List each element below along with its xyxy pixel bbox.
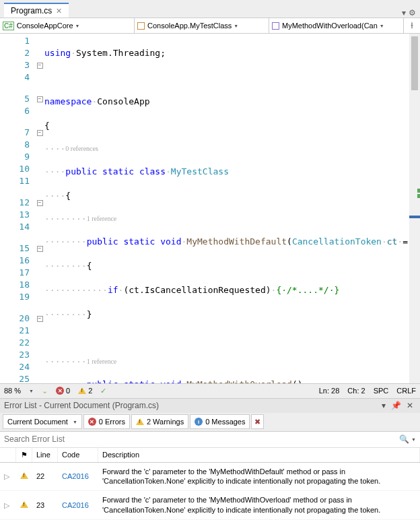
line-number-gutter: 1234567891011121314151617181920212223242…	[0, 34, 35, 383]
scope-dropdown[interactable]: Current Document▼	[3, 414, 82, 429]
pin-icon[interactable]: 📌	[388, 401, 404, 410]
errorlist-header: Error List - Current Document (Program.c…	[0, 398, 420, 413]
filter-errors[interactable]: ✕0 Errors	[83, 414, 130, 429]
filter-messages[interactable]: i0 Messages	[190, 414, 250, 429]
fold-toggle[interactable]: −	[37, 63, 43, 69]
editor-statusbar: 88 % ▼ ⌄ ✕0 2 ✓ Ln: 28 Ch: 2 SPC CRLF	[0, 383, 420, 398]
desc-header[interactable]: Description	[98, 448, 420, 462]
code-content[interactable]: using·System.Threading; namespace·Consol…	[44, 34, 409, 383]
class-icon	[137, 22, 145, 30]
expand-icon[interactable]: ▷	[0, 497, 16, 514]
csharp-project-icon: C#	[3, 22, 14, 30]
build-status-icon[interactable]: ✓	[100, 387, 106, 395]
scroll-marker	[409, 216, 420, 218]
zoom-level[interactable]: 88 %	[4, 387, 21, 395]
navigation-bar: C# ConsoleAppCore ▼ ConsoleApp.MyTestCla…	[0, 18, 420, 34]
table-row[interactable]: ▷ 23 CA2016 Forward the 'c' parameter to…	[0, 491, 420, 520]
chevron-down-icon: ▼	[75, 24, 80, 28]
table-header: ⚑ Line Code Description	[0, 448, 420, 463]
document-tab[interactable]: Program.cs ✕	[4, 3, 69, 18]
fold-toggle[interactable]: −	[37, 246, 43, 252]
lightbulb-icon[interactable]: ⌄	[42, 387, 48, 395]
method-icon	[272, 22, 279, 30]
line-endings[interactable]: CRLF	[396, 387, 416, 395]
clear-filters[interactable]: ✖	[251, 414, 264, 429]
search-icon[interactable]: 🔍	[399, 434, 409, 444]
error-count[interactable]: ✕0	[56, 387, 70, 395]
chevron-down-icon: ▼	[234, 24, 238, 28]
split-icon: ⫲	[411, 20, 413, 31]
nav-class[interactable]: ConsoleApp.MyTestClass ▼	[135, 18, 269, 33]
code-editor[interactable]: 1234567891011121314151617181920212223242…	[0, 34, 420, 383]
table-row[interactable]: ▷ 22 CA2016 Forward the 'c' parameter to…	[0, 463, 420, 492]
chevron-down-icon[interactable]: ▼	[29, 389, 34, 393]
row-desc: Forward the 'c' parameter to the 'MyMeth…	[98, 463, 420, 491]
row-code[interactable]: CA2016	[58, 497, 98, 513]
errorlist-title: Error List - Current Document (Program.c…	[4, 401, 159, 410]
search-input[interactable]	[4, 434, 399, 444]
fold-toggle[interactable]: −	[37, 130, 43, 136]
chevron-down-icon: ▼	[73, 420, 77, 424]
filter-warnings[interactable]: 2 Warnings	[131, 414, 188, 429]
tab-title: Program.cs	[11, 6, 52, 15]
close-icon[interactable]: ✕	[404, 401, 416, 410]
code-header[interactable]: Code	[58, 448, 98, 462]
caret-line[interactable]: Ln: 28	[319, 387, 340, 395]
warning-icon	[20, 472, 28, 479]
severity-header[interactable]: ⚑	[16, 448, 32, 462]
gear-icon[interactable]: ⚙	[409, 8, 416, 18]
nav-class-label: ConsoleApp.MyTestClass	[147, 22, 232, 30]
scroll-marker	[417, 189, 420, 193]
caret-col[interactable]: Ch: 2	[347, 387, 365, 395]
split-button[interactable]: ⫲	[404, 18, 420, 33]
errorlist-table: ⚑ Line Code Description ▷ 22 CA2016 Forw…	[0, 448, 420, 520]
row-line: 22	[32, 468, 58, 484]
info-icon: i	[195, 418, 203, 426]
line-header[interactable]: Line	[32, 448, 58, 462]
row-desc: Forward the 'c' parameter to the 'MyMeth…	[98, 491, 420, 519]
error-icon: ✕	[88, 418, 96, 426]
warning-icon	[20, 501, 28, 508]
errorlist-search-row: 🔍 ▼	[0, 432, 420, 448]
nav-member[interactable]: MyMethodWithOverload(Can ▼	[269, 18, 404, 33]
warning-count[interactable]: 2	[78, 387, 92, 395]
dropdown-icon[interactable]: ▾	[402, 8, 406, 18]
warning-icon	[136, 418, 144, 425]
close-icon[interactable]: ✕	[56, 7, 62, 15]
dropdown-icon[interactable]: ▾	[379, 401, 388, 410]
fold-gutter: −−−−−−	[35, 34, 44, 383]
error-icon: ✕	[56, 387, 64, 395]
chevron-down-icon[interactable]: ▼	[411, 437, 416, 442]
fold-toggle[interactable]: −	[37, 96, 43, 102]
scroll-marker	[417, 194, 420, 198]
warning-icon	[78, 387, 86, 394]
expand-icon[interactable]: ▷	[0, 468, 16, 485]
nav-project[interactable]: C# ConsoleAppCore ▼	[0, 18, 135, 33]
nav-member-label: MyMethodWithOverload(Can	[282, 22, 378, 30]
nav-project-label: ConsoleAppCore	[17, 22, 73, 30]
scrollbar-thumb[interactable]	[411, 36, 418, 90]
chevron-down-icon: ▼	[380, 24, 384, 28]
row-line: 23	[32, 497, 58, 513]
document-tabbar: Program.cs ✕ ▾ ⚙	[0, 0, 420, 18]
row-code[interactable]: CA2016	[58, 468, 98, 484]
clear-filter-icon: ✖	[254, 418, 260, 426]
fold-toggle[interactable]: −	[37, 316, 43, 322]
fold-toggle[interactable]: −	[37, 200, 43, 206]
errorlist-toolbar: Current Document▼ ✕0 Errors 2 Warnings i…	[0, 413, 420, 432]
vertical-scrollbar[interactable]	[409, 34, 420, 383]
indent-mode[interactable]: SPC	[374, 387, 389, 395]
